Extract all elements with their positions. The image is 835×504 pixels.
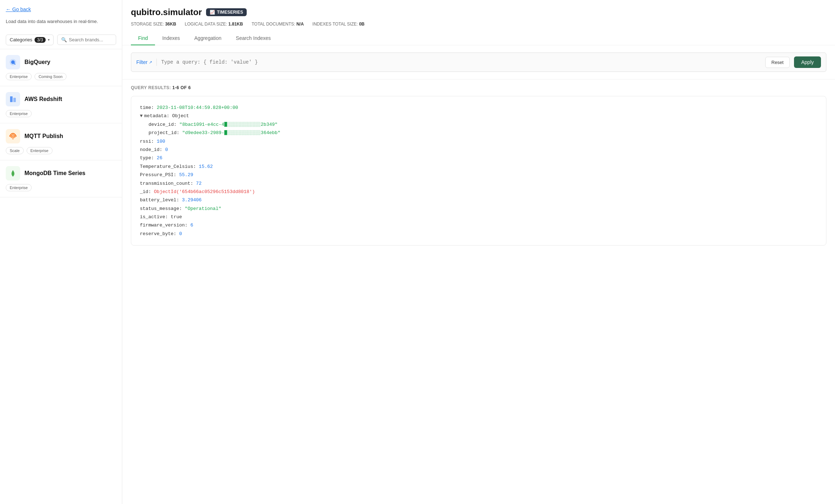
row-active: is_active: true [140, 213, 817, 221]
mongodb-tags: Enterprise [6, 184, 116, 191]
stat-logical-label: LOGICAL DATA SIZE: [185, 22, 227, 27]
tag-enterprise-redshift: Enterprise [6, 110, 32, 117]
mqtt-header: MQTT Publish [6, 129, 116, 143]
mqtt-name: MQTT Publish [24, 133, 63, 139]
stat-documents-label: TOTAL DOCUMENTS: [252, 22, 295, 27]
categories-button[interactable]: Categories 3/3 ▾ [6, 35, 54, 45]
categories-count-badge: 3/3 [35, 37, 46, 43]
mongodb-icon [6, 166, 20, 180]
apply-button[interactable]: Apply [794, 56, 821, 68]
search-icon: 🔍 [61, 37, 67, 42]
tab-search-indexes[interactable]: Search Indexes [229, 32, 278, 45]
redshift-name: AWS Redshift [24, 96, 62, 102]
stat-logical-value: 1.81KB [228, 22, 243, 27]
query-input[interactable] [161, 59, 761, 65]
results-area: QUERY RESULTS: 1-6 OF 6 time: 2023-11-08… [122, 79, 835, 504]
mongodb-header: MongoDB Time Series [6, 166, 116, 180]
row-transmission: transmission_count: 72 [140, 179, 817, 188]
bigquery-header: BigQuery [6, 55, 116, 69]
bigquery-tags: Enterprise Coming Soon [6, 73, 116, 80]
redshift-header: AWS Redshift [6, 92, 116, 106]
row-node-id: node_id: 0 [140, 146, 817, 154]
tag-enterprise-mqtt: Enterprise [27, 147, 53, 154]
redshift-icon [6, 92, 20, 106]
tag-coming-soon: Coming Soon [35, 73, 67, 80]
bigquery-name: BigQuery [24, 59, 50, 65]
main-header: qubitro.simulator 📈 TIMESERIES STORAGE S… [122, 0, 835, 45]
mqtt-tags: Scale Enterprise [6, 147, 116, 154]
tag-scale-mqtt: Scale [6, 147, 24, 154]
stats-row: STORAGE SIZE: 36KB LOGICAL DATA SIZE: 1.… [131, 22, 826, 27]
svg-point-4 [13, 138, 14, 139]
results-label: QUERY RESULTS: [131, 85, 171, 90]
stat-storage-label: STORAGE SIZE: [131, 22, 164, 27]
reset-button[interactable]: Reset [765, 57, 790, 68]
row-rssi: rssi: 100 [140, 137, 817, 146]
stat-logical: LOGICAL DATA SIZE: 1.81KB [185, 22, 243, 27]
row-battery: battery_level: 3.29406 [140, 196, 817, 204]
mqtt-icon [6, 129, 20, 143]
row-temperature: Temperature_Celsius: 15.62 [140, 162, 817, 171]
stat-indexes-value: 0B [359, 22, 364, 27]
sidebar-item-redshift[interactable]: AWS Redshift Enterprise [0, 86, 122, 123]
query-area: Filter ↗ Reset Apply [122, 45, 835, 79]
svg-rect-2 [10, 96, 13, 102]
timeseries-badge: 📈 TIMESERIES [206, 8, 247, 16]
row-pressure: Pressure_PSI: 55.29 [140, 171, 817, 179]
filter-label: Filter [136, 59, 147, 65]
result-card: time: 2023-11-08T10:44:59.828+00:00 ▼ me… [131, 96, 826, 246]
stat-indexes: INDEXES TOTAL SIZE: 0B [312, 22, 365, 27]
tab-aggregation[interactable]: Aggregation [187, 32, 229, 45]
results-header: QUERY RESULTS: 1-6 OF 6 [131, 85, 826, 90]
row-status: status_message: "Operational" [140, 205, 817, 213]
stat-storage-value: 36KB [165, 22, 176, 27]
tab-indexes[interactable]: Indexes [155, 32, 187, 45]
filter-separator [156, 59, 157, 66]
sidebar-item-mqtt[interactable]: MQTT Publish Scale Enterprise [0, 123, 122, 160]
search-input[interactable] [69, 37, 112, 42]
metadata-fields: device_id: "8bac1091-e4cc-4█░░░░░░░░░░░░… [140, 120, 817, 137]
stat-documents-value: N/A [296, 22, 304, 27]
redshift-tags: Enterprise [6, 110, 116, 117]
tab-find[interactable]: Find [131, 32, 155, 45]
external-link-icon: ↗ [149, 60, 152, 65]
main-content: qubitro.simulator 📈 TIMESERIES STORAGE S… [122, 0, 835, 504]
collapse-arrow-icon[interactable]: ▼ [140, 112, 143, 120]
mongodb-name: MongoDB Time Series [24, 170, 86, 177]
stat-indexes-label: INDEXES TOTAL SIZE: [312, 22, 358, 27]
page-title: qubitro.simulator [131, 7, 202, 17]
search-wrapper: 🔍 [57, 35, 116, 45]
row-time: time: 2023-11-08T10:44:59.828+00:00 [140, 104, 817, 112]
filter-bar: Filter ↗ Reset Apply [131, 52, 826, 72]
row-project-id: project_id: "d9edee33-2989-█░░░░░░░░░░░░… [149, 129, 817, 137]
sidebar-description: Load data into data warehouses in real-t… [0, 15, 122, 31]
categories-label: Categories [10, 37, 32, 42]
tag-enterprise: Enterprise [6, 73, 32, 80]
row-oid: _id: ObjectId('654b66ac05296c5153dd8018'… [140, 188, 817, 196]
row-firmware: firmware_version: 6 [140, 221, 817, 229]
go-back-link[interactable]: ← Go back [0, 0, 122, 15]
results-range: 1-6 OF 6 [172, 85, 191, 90]
sidebar-item-mongodb[interactable]: MongoDB Time Series Enterprise [0, 160, 122, 197]
tag-enterprise-mongodb: Enterprise [6, 184, 32, 191]
svg-rect-3 [13, 98, 16, 102]
row-reserve: reserve_byte: 0 [140, 230, 817, 238]
sidebar-item-bigquery[interactable]: BigQuery Enterprise Coming Soon [0, 49, 122, 86]
row-type: type: 26 [140, 154, 817, 162]
title-row: qubitro.simulator 📈 TIMESERIES [131, 7, 826, 17]
stat-storage: STORAGE SIZE: 36KB [131, 22, 176, 27]
row-metadata: ▼ metadata: Object [140, 112, 817, 120]
timeseries-label: TIMESERIES [217, 10, 243, 15]
timeseries-icon: 📈 [210, 10, 215, 15]
filter-link[interactable]: Filter ↗ [136, 59, 152, 65]
sidebar-filters: Categories 3/3 ▾ 🔍 [0, 31, 122, 49]
bigquery-icon [6, 55, 20, 69]
chevron-down-icon: ▾ [48, 38, 50, 42]
stat-documents: TOTAL DOCUMENTS: N/A [252, 22, 304, 27]
row-device-id: device_id: "8bac1091-e4cc-4█░░░░░░░░░░░░… [149, 120, 817, 129]
tab-bar: Find Indexes Aggregation Search Indexes [131, 32, 826, 45]
sidebar: ← Go back Load data into data warehouses… [0, 0, 122, 504]
